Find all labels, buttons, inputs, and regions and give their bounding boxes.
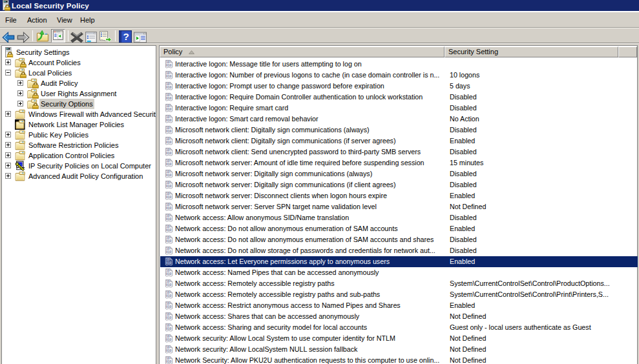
svg-text:?: ? [123, 31, 129, 42]
